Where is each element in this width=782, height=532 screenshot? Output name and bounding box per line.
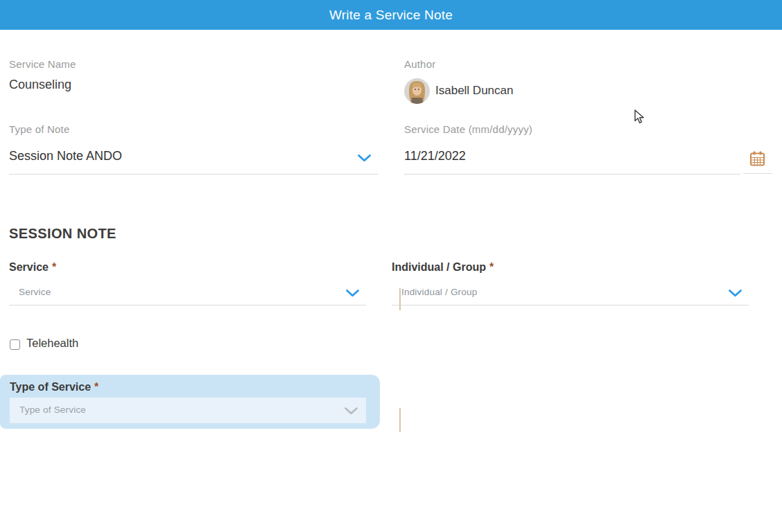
chevron-down-icon bbox=[346, 290, 359, 297]
calendar-icon bbox=[750, 151, 765, 166]
header-bar: Write a Service Note bbox=[0, 0, 782, 30]
type-of-service-select[interactable]: Type of Service bbox=[10, 398, 366, 423]
session-note-heading: SESSION NOTE bbox=[9, 226, 116, 242]
type-of-service-placeholder: Type of Service bbox=[10, 398, 366, 415]
type-of-note-label: Type of Note bbox=[9, 123, 69, 135]
service-name-value: Counseling bbox=[9, 78, 71, 92]
type-of-service-panel: Type of Service* Type of Service bbox=[0, 375, 380, 429]
field-accent-bar bbox=[399, 408, 401, 432]
service-date-value: 11/21/2022 bbox=[404, 144, 740, 163]
required-asterisk: * bbox=[489, 261, 494, 273]
author-avatar bbox=[404, 78, 430, 104]
calendar-button[interactable] bbox=[743, 144, 772, 174]
individual-group-label-text: Individual / Group bbox=[392, 261, 486, 273]
page-title: Write a Service Note bbox=[329, 8, 453, 23]
write-service-note-page: Write a Service Note Service Name Counse… bbox=[0, 0, 782, 532]
individual-group-field-label: Individual / Group* bbox=[392, 261, 494, 274]
service-placeholder: Service bbox=[9, 281, 366, 297]
avatar-photo bbox=[404, 78, 430, 104]
chevron-down-icon bbox=[729, 290, 742, 297]
service-field-label: Service* bbox=[9, 261, 56, 274]
author-label: Author bbox=[404, 58, 435, 70]
type-of-note-select[interactable]: Session Note ANDO bbox=[9, 144, 378, 175]
required-asterisk: * bbox=[94, 381, 98, 393]
individual-group-select[interactable]: Individual / Group bbox=[392, 281, 749, 305]
service-label-text: Service bbox=[9, 261, 49, 273]
telehealth-label: Telehealth bbox=[26, 337, 78, 350]
type-of-service-label-text: Type of Service bbox=[10, 381, 91, 393]
service-date-input[interactable]: 11/21/2022 bbox=[404, 144, 740, 175]
service-select[interactable]: Service bbox=[9, 281, 366, 305]
mouse-pointer-icon bbox=[634, 109, 645, 125]
chevron-down-icon bbox=[358, 154, 371, 162]
chevron-down-icon bbox=[345, 407, 358, 415]
service-name-label: Service Name bbox=[9, 58, 76, 70]
field-accent-bar bbox=[399, 288, 401, 310]
required-asterisk: * bbox=[52, 261, 56, 273]
individual-group-placeholder: Individual / Group bbox=[392, 281, 749, 297]
telehealth-checkbox[interactable] bbox=[10, 339, 20, 350]
type-of-note-value: Session Note ANDO bbox=[9, 144, 378, 163]
type-of-service-field-label: Type of Service* bbox=[10, 381, 98, 393]
author-name: Isabell Duncan bbox=[435, 84, 513, 98]
service-date-label: Service Date (mm/dd/yyyy) bbox=[404, 123, 532, 135]
